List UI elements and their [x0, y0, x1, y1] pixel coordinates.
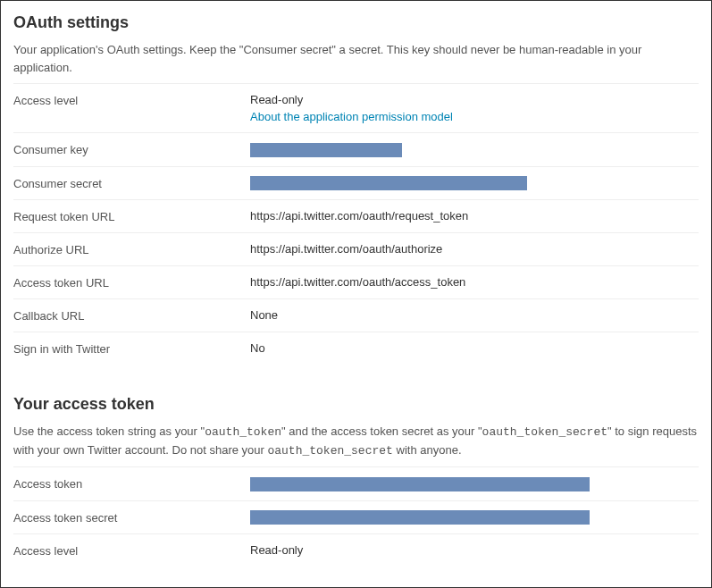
value-request-token-url: https://api.twitter.com/oauth/request_to…: [250, 209, 699, 223]
label-consumer-secret: Consumer secret: [13, 176, 250, 190]
redacted-access-token-secret: [250, 510, 590, 525]
code-oauth-token: oauth_token: [205, 425, 281, 439]
label-access-token: Access token: [13, 476, 250, 491]
value-sign-in-twitter: No: [250, 341, 699, 355]
desc-part: " and the access token secret as your ": [281, 424, 482, 438]
access-token-rows: Access token Access token secret Access …: [13, 466, 699, 567]
redacted-consumer-secret: [250, 176, 527, 190]
value-access-token-secret: [250, 510, 699, 525]
label-access-token-secret: Access token secret: [13, 510, 250, 525]
row-access-token-url: Access token URL https://api.twitter.com…: [13, 266, 699, 299]
about-permission-model-link[interactable]: About the application permission model: [250, 110, 453, 123]
row-callback-url: Callback URL None: [13, 299, 699, 332]
value-callback-url: None: [250, 308, 699, 322]
row-sign-in-twitter: Sign in with Twitter No: [13, 332, 699, 365]
desc-part: with anyone.: [393, 443, 462, 457]
value-authorize-url: https://api.twitter.com/oauth/authorize: [250, 242, 699, 256]
label-access-level: Access level: [13, 93, 250, 107]
label-consumer-key: Consumer key: [13, 142, 250, 156]
label-token-access-level: Access level: [13, 543, 250, 558]
row-access-level: Access level Read-only About the applica…: [13, 84, 699, 133]
oauth-settings-description: Your application's OAuth settings. Keep …: [13, 41, 699, 76]
access-token-heading: Your access token: [13, 395, 699, 414]
oauth-settings-rows: Access level Read-only About the applica…: [13, 83, 699, 365]
value-token-access-level: Read-only: [250, 543, 699, 557]
label-callback-url: Callback URL: [13, 308, 250, 323]
redacted-access-token: [250, 477, 590, 491]
label-request-token-url: Request token URL: [13, 209, 250, 223]
code-oauth-token-secret: oauth_token_secret: [482, 425, 607, 439]
access-token-section: Your access token Use the access token s…: [13, 395, 699, 567]
row-consumer-secret: Consumer secret: [13, 167, 699, 201]
label-authorize-url: Authorize URL: [13, 242, 250, 256]
row-access-token-secret: Access token secret: [13, 501, 699, 535]
value-consumer-secret: [250, 176, 699, 191]
redacted-consumer-key: [250, 143, 402, 157]
row-request-token-url: Request token URL https://api.twitter.co…: [13, 200, 699, 233]
label-access-token-url: Access token URL: [13, 275, 250, 290]
desc-part: Use the access token string as your ": [13, 424, 205, 438]
access-level-text: Read-only: [250, 93, 303, 106]
section-gap: [13, 365, 699, 395]
value-access-token: [250, 476, 699, 491]
access-token-description: Use the access token string as your "oau…: [13, 423, 699, 459]
row-access-token: Access token: [13, 467, 699, 501]
value-access-token-url: https://api.twitter.com/oauth/access_tok…: [250, 275, 699, 289]
row-consumer-key: Consumer key: [13, 133, 699, 167]
label-sign-in-twitter: Sign in with Twitter: [13, 341, 250, 356]
code-oauth-token-secret: oauth_token_secret: [267, 444, 392, 458]
value-access-level: Read-only About the application permissi…: [250, 93, 699, 123]
row-authorize-url: Authorize URL https://api.twitter.com/oa…: [13, 233, 699, 266]
row-token-access-level: Access level Read-only: [13, 534, 699, 567]
oauth-settings-heading: OAuth settings: [13, 13, 699, 32]
value-consumer-key: [250, 142, 699, 157]
oauth-settings-section: OAuth settings Your application's OAuth …: [13, 13, 699, 365]
